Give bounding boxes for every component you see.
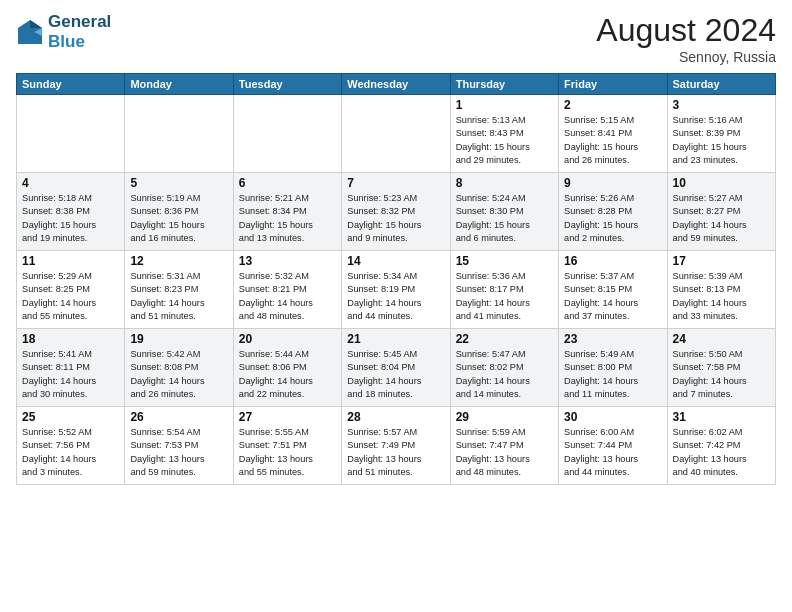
day-cell: 29Sunrise: 5:59 AM Sunset: 7:47 PM Dayli…	[450, 407, 558, 485]
day-cell: 23Sunrise: 5:49 AM Sunset: 8:00 PM Dayli…	[559, 329, 667, 407]
day-detail: Sunrise: 5:31 AM Sunset: 8:23 PM Dayligh…	[130, 270, 227, 323]
day-detail: Sunrise: 5:47 AM Sunset: 8:02 PM Dayligh…	[456, 348, 553, 401]
day-detail: Sunrise: 5:55 AM Sunset: 7:51 PM Dayligh…	[239, 426, 336, 479]
svg-marker-1	[30, 20, 42, 28]
day-detail: Sunrise: 5:21 AM Sunset: 8:34 PM Dayligh…	[239, 192, 336, 245]
day-detail: Sunrise: 5:27 AM Sunset: 8:27 PM Dayligh…	[673, 192, 770, 245]
day-detail: Sunrise: 5:52 AM Sunset: 7:56 PM Dayligh…	[22, 426, 119, 479]
week-row-3: 11Sunrise: 5:29 AM Sunset: 8:25 PM Dayli…	[17, 251, 776, 329]
weekday-monday: Monday	[125, 74, 233, 95]
weekday-friday: Friday	[559, 74, 667, 95]
day-cell: 15Sunrise: 5:36 AM Sunset: 8:17 PM Dayli…	[450, 251, 558, 329]
day-detail: Sunrise: 5:34 AM Sunset: 8:19 PM Dayligh…	[347, 270, 444, 323]
day-cell: 7Sunrise: 5:23 AM Sunset: 8:32 PM Daylig…	[342, 173, 450, 251]
day-number: 11	[22, 254, 119, 268]
day-number: 31	[673, 410, 770, 424]
day-number: 18	[22, 332, 119, 346]
week-row-5: 25Sunrise: 5:52 AM Sunset: 7:56 PM Dayli…	[17, 407, 776, 485]
day-number: 8	[456, 176, 553, 190]
logo: General Blue	[16, 12, 111, 51]
day-number: 20	[239, 332, 336, 346]
month-title: August 2024	[596, 12, 776, 49]
day-number: 16	[564, 254, 661, 268]
weekday-tuesday: Tuesday	[233, 74, 341, 95]
header: General Blue August 2024 Sennoy, Russia	[16, 12, 776, 65]
week-row-1: 1Sunrise: 5:13 AM Sunset: 8:43 PM Daylig…	[17, 95, 776, 173]
day-number: 23	[564, 332, 661, 346]
day-detail: Sunrise: 5:23 AM Sunset: 8:32 PM Dayligh…	[347, 192, 444, 245]
day-number: 4	[22, 176, 119, 190]
day-cell: 9Sunrise: 5:26 AM Sunset: 8:28 PM Daylig…	[559, 173, 667, 251]
day-cell: 21Sunrise: 5:45 AM Sunset: 8:04 PM Dayli…	[342, 329, 450, 407]
week-row-4: 18Sunrise: 5:41 AM Sunset: 8:11 PM Dayli…	[17, 329, 776, 407]
day-cell: 4Sunrise: 5:18 AM Sunset: 8:38 PM Daylig…	[17, 173, 125, 251]
weekday-thursday: Thursday	[450, 74, 558, 95]
day-number: 27	[239, 410, 336, 424]
page: General Blue August 2024 Sennoy, Russia …	[0, 0, 792, 612]
weekday-sunday: Sunday	[17, 74, 125, 95]
day-cell: 18Sunrise: 5:41 AM Sunset: 8:11 PM Dayli…	[17, 329, 125, 407]
day-cell: 30Sunrise: 6:00 AM Sunset: 7:44 PM Dayli…	[559, 407, 667, 485]
day-cell: 25Sunrise: 5:52 AM Sunset: 7:56 PM Dayli…	[17, 407, 125, 485]
day-cell: 3Sunrise: 5:16 AM Sunset: 8:39 PM Daylig…	[667, 95, 775, 173]
day-detail: Sunrise: 5:39 AM Sunset: 8:13 PM Dayligh…	[673, 270, 770, 323]
day-number: 29	[456, 410, 553, 424]
day-number: 17	[673, 254, 770, 268]
day-detail: Sunrise: 5:19 AM Sunset: 8:36 PM Dayligh…	[130, 192, 227, 245]
logo-icon	[16, 18, 44, 46]
title-block: August 2024 Sennoy, Russia	[596, 12, 776, 65]
day-detail: Sunrise: 5:16 AM Sunset: 8:39 PM Dayligh…	[673, 114, 770, 167]
logo-text: General Blue	[48, 12, 111, 51]
day-cell	[17, 95, 125, 173]
day-detail: Sunrise: 5:29 AM Sunset: 8:25 PM Dayligh…	[22, 270, 119, 323]
day-number: 3	[673, 98, 770, 112]
day-detail: Sunrise: 5:18 AM Sunset: 8:38 PM Dayligh…	[22, 192, 119, 245]
day-detail: Sunrise: 5:50 AM Sunset: 7:58 PM Dayligh…	[673, 348, 770, 401]
day-detail: Sunrise: 5:26 AM Sunset: 8:28 PM Dayligh…	[564, 192, 661, 245]
weekday-wednesday: Wednesday	[342, 74, 450, 95]
calendar-table: SundayMondayTuesdayWednesdayThursdayFrid…	[16, 73, 776, 485]
day-cell: 19Sunrise: 5:42 AM Sunset: 8:08 PM Dayli…	[125, 329, 233, 407]
day-cell: 5Sunrise: 5:19 AM Sunset: 8:36 PM Daylig…	[125, 173, 233, 251]
day-detail: Sunrise: 5:15 AM Sunset: 8:41 PM Dayligh…	[564, 114, 661, 167]
day-number: 30	[564, 410, 661, 424]
day-number: 26	[130, 410, 227, 424]
day-detail: Sunrise: 5:41 AM Sunset: 8:11 PM Dayligh…	[22, 348, 119, 401]
day-number: 10	[673, 176, 770, 190]
day-number: 19	[130, 332, 227, 346]
day-cell: 2Sunrise: 5:15 AM Sunset: 8:41 PM Daylig…	[559, 95, 667, 173]
day-number: 6	[239, 176, 336, 190]
day-cell: 22Sunrise: 5:47 AM Sunset: 8:02 PM Dayli…	[450, 329, 558, 407]
day-cell: 27Sunrise: 5:55 AM Sunset: 7:51 PM Dayli…	[233, 407, 341, 485]
day-cell: 6Sunrise: 5:21 AM Sunset: 8:34 PM Daylig…	[233, 173, 341, 251]
day-number: 13	[239, 254, 336, 268]
day-detail: Sunrise: 5:32 AM Sunset: 8:21 PM Dayligh…	[239, 270, 336, 323]
day-cell: 17Sunrise: 5:39 AM Sunset: 8:13 PM Dayli…	[667, 251, 775, 329]
day-cell: 1Sunrise: 5:13 AM Sunset: 8:43 PM Daylig…	[450, 95, 558, 173]
day-detail: Sunrise: 5:49 AM Sunset: 8:00 PM Dayligh…	[564, 348, 661, 401]
day-cell	[233, 95, 341, 173]
day-number: 24	[673, 332, 770, 346]
day-cell: 11Sunrise: 5:29 AM Sunset: 8:25 PM Dayli…	[17, 251, 125, 329]
day-cell: 14Sunrise: 5:34 AM Sunset: 8:19 PM Dayli…	[342, 251, 450, 329]
day-detail: Sunrise: 5:13 AM Sunset: 8:43 PM Dayligh…	[456, 114, 553, 167]
day-cell: 26Sunrise: 5:54 AM Sunset: 7:53 PM Dayli…	[125, 407, 233, 485]
day-cell	[342, 95, 450, 173]
day-cell: 20Sunrise: 5:44 AM Sunset: 8:06 PM Dayli…	[233, 329, 341, 407]
day-cell: 12Sunrise: 5:31 AM Sunset: 8:23 PM Dayli…	[125, 251, 233, 329]
day-number: 9	[564, 176, 661, 190]
day-cell	[125, 95, 233, 173]
day-cell: 31Sunrise: 6:02 AM Sunset: 7:42 PM Dayli…	[667, 407, 775, 485]
day-detail: Sunrise: 5:54 AM Sunset: 7:53 PM Dayligh…	[130, 426, 227, 479]
weekday-header-row: SundayMondayTuesdayWednesdayThursdayFrid…	[17, 74, 776, 95]
day-detail: Sunrise: 5:45 AM Sunset: 8:04 PM Dayligh…	[347, 348, 444, 401]
location: Sennoy, Russia	[596, 49, 776, 65]
day-number: 28	[347, 410, 444, 424]
day-detail: Sunrise: 5:57 AM Sunset: 7:49 PM Dayligh…	[347, 426, 444, 479]
day-number: 7	[347, 176, 444, 190]
day-cell: 28Sunrise: 5:57 AM Sunset: 7:49 PM Dayli…	[342, 407, 450, 485]
day-detail: Sunrise: 5:37 AM Sunset: 8:15 PM Dayligh…	[564, 270, 661, 323]
day-cell: 10Sunrise: 5:27 AM Sunset: 8:27 PM Dayli…	[667, 173, 775, 251]
day-detail: Sunrise: 5:24 AM Sunset: 8:30 PM Dayligh…	[456, 192, 553, 245]
day-number: 14	[347, 254, 444, 268]
